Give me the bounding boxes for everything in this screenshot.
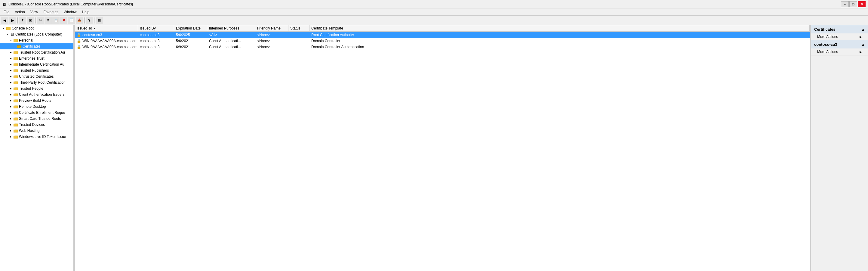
- col-header-expiration[interactable]: Expiration Date: [174, 25, 207, 31]
- remote-desktop-icon: [13, 104, 18, 109]
- toolbar: ◀ ▶ ⬆ ▣ ✂ ⧉ 📋 ✕ 📄 📤 ? ▦: [0, 16, 868, 25]
- up-button[interactable]: ⬆: [19, 17, 26, 24]
- expand-client-auth[interactable]: ▸: [8, 92, 13, 97]
- expand-trusted-devices[interactable]: ▸: [8, 122, 13, 127]
- more-actions-certificates[interactable]: More Actions ▶: [811, 33, 868, 40]
- cell-issued-by-3: contoso-ca3: [138, 44, 174, 50]
- expand-local-computer[interactable]: ▾: [5, 32, 10, 37]
- actions-header-certificates[interactable]: Certificates ▲: [811, 25, 868, 33]
- menu-item-favorites[interactable]: Favorites: [41, 9, 61, 15]
- tree-item-client-auth[interactable]: ▸ Client Authentication Issuers: [0, 91, 73, 98]
- title-bar-title: Console1 - [Console Root\Certificates (L…: [8, 2, 133, 6]
- smart-card-label: Smart Card Trusted Roots: [19, 116, 61, 121]
- tree-item-console-root[interactable]: ▾ Console Root: [0, 25, 73, 31]
- actions-section-contoso: contoso-ca3 ▲ More Actions ▶: [811, 40, 868, 55]
- menu-item-help[interactable]: Help: [80, 9, 92, 15]
- col-header-status[interactable]: Status: [288, 25, 309, 31]
- tree-item-certificates[interactable]: ▸ Certificates: [0, 43, 73, 49]
- forward-button[interactable]: ▶: [9, 17, 16, 24]
- tree-item-trusted-devices[interactable]: ▸ Trusted Devices: [0, 121, 73, 128]
- col-header-template[interactable]: Certificate Template: [309, 25, 810, 31]
- col-header-intended[interactable]: Intended Purposes: [207, 25, 255, 31]
- expand-windows-live[interactable]: ▸: [8, 134, 13, 139]
- windows-live-label: Windows Live ID Token Issue: [19, 135, 66, 139]
- copy-button[interactable]: ⧉: [44, 17, 52, 24]
- tree-item-smart-card[interactable]: ▸ Smart Card Trusted Roots: [0, 116, 73, 121]
- show-hide-console-tree[interactable]: ▣: [27, 17, 34, 24]
- remote-desktop-label: Remote Desktop: [19, 105, 46, 109]
- cell-expiration-3: 6/9/2021: [174, 44, 207, 50]
- menu-item-view[interactable]: View: [28, 9, 40, 15]
- trusted-devices-label: Trusted Devices: [19, 123, 45, 127]
- delete-button[interactable]: ✕: [60, 17, 67, 24]
- expand-trusted-root[interactable]: ▸: [8, 50, 13, 55]
- expand-preview-build[interactable]: ▸: [8, 98, 13, 103]
- list-row-2[interactable]: 🔒 WIN-0AAAAAAA00A.contoso.com contoso-ca…: [75, 38, 810, 44]
- expand-remote-desktop[interactable]: ▸: [8, 104, 13, 109]
- cell-intended-1: <All>: [207, 32, 255, 38]
- tree-item-intermediate[interactable]: ▸ Intermediate Certification Au: [0, 61, 73, 67]
- tree-item-third-party[interactable]: ▸ Third-Party Root Certification: [0, 80, 73, 85]
- tree-item-trusted-root[interactable]: ▸ Trusted Root Certification Au: [0, 49, 73, 55]
- properties-button[interactable]: 📄: [68, 17, 75, 24]
- new-taskpad-button[interactable]: ✂: [37, 17, 44, 24]
- smart-card-icon: [13, 116, 18, 121]
- cert-enrollment-icon: [13, 110, 18, 115]
- tree-item-trusted-people[interactable]: ▸ Trusted People: [0, 85, 73, 91]
- tree-item-windows-live[interactable]: ▸ Windows Live ID Token Issue: [0, 134, 73, 140]
- view-button[interactable]: ▦: [96, 17, 103, 24]
- expand-third-party[interactable]: ▸: [8, 80, 13, 85]
- tree-item-personal[interactable]: ▾ Personal: [0, 37, 73, 43]
- tree-item-preview-build[interactable]: ▸ Preview Build Roots: [0, 98, 73, 104]
- export-button[interactable]: 📤: [76, 17, 83, 24]
- expand-console-root[interactable]: ▾: [1, 26, 6, 31]
- paste-button[interactable]: 📋: [52, 17, 60, 24]
- preview-build-label: Preview Build Roots: [19, 99, 51, 103]
- more-actions-contoso[interactable]: More Actions ▶: [811, 49, 868, 55]
- tree-item-local-computer[interactable]: ▾ 🖥 Certificates (Local Computer): [0, 31, 73, 37]
- maximize-button[interactable]: □: [849, 1, 857, 7]
- list-header: Issued To ▲ Issued By Expiration Date In…: [75, 25, 810, 32]
- close-button[interactable]: ✕: [858, 1, 866, 7]
- tree-item-enterprise-trust[interactable]: ▸ Enterprise Trust: [0, 55, 73, 61]
- actions-header-contoso[interactable]: contoso-ca3 ▲: [811, 40, 868, 49]
- trusted-devices-icon: [13, 122, 18, 127]
- tree-item-untrusted[interactable]: ▸ Untrusted Certificates: [0, 74, 73, 80]
- tree-item-trusted-publishers[interactable]: ▸ Trusted Publishers: [0, 67, 73, 74]
- col-header-issued-to[interactable]: Issued To ▲: [75, 25, 138, 31]
- menu-item-window[interactable]: Window: [61, 9, 79, 15]
- list-row-3[interactable]: 🔒 WIN-0AAAAAAA00A.contoso.com contoso-ca…: [75, 44, 810, 50]
- more-actions-arrow-1: ▶: [860, 35, 862, 38]
- cell-issued-by-2: contoso-ca3: [138, 38, 174, 44]
- back-button[interactable]: ◀: [1, 17, 8, 24]
- list-row-1[interactable]: 🔒 contoso-ca3 contoso-ca3 5/6/2025 <All>…: [75, 32, 810, 38]
- trusted-publishers-icon: [13, 68, 18, 73]
- expand-web-hosting[interactable]: ▸: [8, 128, 13, 133]
- help-button[interactable]: ?: [86, 17, 93, 24]
- expand-trusted-people[interactable]: ▸: [8, 86, 13, 91]
- expand-cert-enrollment[interactable]: ▸: [8, 110, 13, 115]
- intermediate-icon: [13, 62, 18, 67]
- expand-trusted-publishers[interactable]: ▸: [8, 68, 13, 73]
- web-hosting-label: Web Hosting: [19, 129, 39, 133]
- tree-item-remote-desktop[interactable]: ▸ Remote Desktop: [0, 104, 73, 110]
- windows-live-icon: [13, 134, 18, 139]
- tree-item-cert-enrollment[interactable]: ▸ Certificate Enrollment Reque: [0, 110, 73, 116]
- minimize-button[interactable]: −: [841, 1, 849, 7]
- cell-issued-to-1: 🔒 contoso-ca3: [75, 32, 138, 38]
- expand-personal[interactable]: ▾: [8, 38, 13, 43]
- cell-friendly-2: <None>: [255, 38, 288, 44]
- menu-bar: File Action View Favorites Window Help: [0, 8, 868, 16]
- menu-item-action[interactable]: Action: [12, 9, 27, 15]
- col-header-friendly[interactable]: Friendly Name: [255, 25, 288, 31]
- expand-enterprise[interactable]: ▸: [8, 56, 13, 61]
- expand-untrusted[interactable]: ▸: [8, 74, 13, 79]
- tree-item-web-hosting[interactable]: ▸ Web Hosting: [0, 128, 73, 134]
- expand-smart-card[interactable]: ▸: [8, 116, 13, 121]
- personal-icon: [13, 38, 18, 43]
- third-party-label: Third-Party Root Certification: [19, 80, 66, 85]
- expand-intermediate[interactable]: ▸: [8, 62, 13, 67]
- col-header-issued-by[interactable]: Issued By: [138, 25, 174, 31]
- preview-build-icon: [13, 98, 18, 103]
- menu-item-file[interactable]: File: [1, 9, 12, 15]
